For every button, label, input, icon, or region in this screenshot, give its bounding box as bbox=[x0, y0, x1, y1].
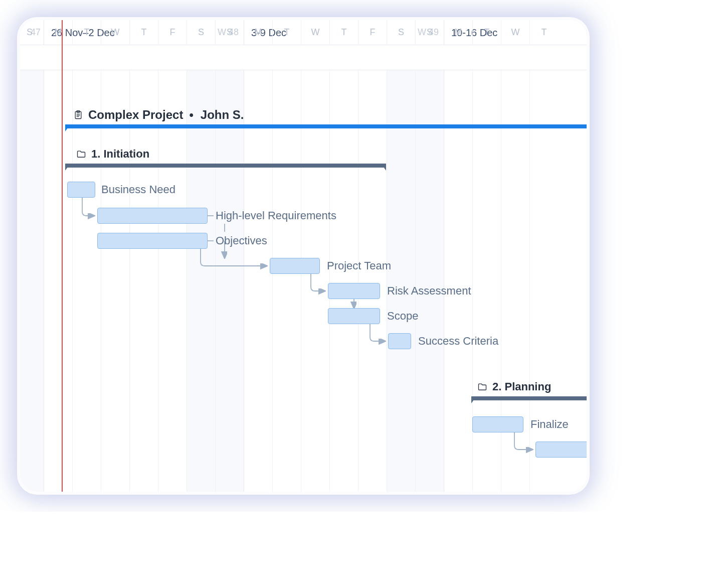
task-bar-project-team[interactable] bbox=[270, 258, 320, 274]
day-header-cell[interactable]: W bbox=[301, 20, 329, 45]
task-bar-risk-assessment[interactable] bbox=[328, 283, 380, 299]
task-label: Project Team bbox=[327, 258, 391, 274]
task-bar-high-level-requirements[interactable] bbox=[97, 208, 208, 224]
day-header-cell[interactable]: T bbox=[72, 20, 101, 45]
task-bar-business-need[interactable] bbox=[67, 182, 95, 198]
day-header-cell[interactable]: W bbox=[101, 20, 129, 45]
task-bar-finalize[interactable] bbox=[472, 416, 523, 432]
group-row-planning[interactable]: 2. Planning bbox=[477, 378, 551, 395]
day-header-cell[interactable]: M bbox=[444, 20, 472, 45]
clipboard-icon bbox=[73, 110, 83, 120]
day-header-cell[interactable]: S bbox=[20, 20, 44, 45]
task-label: Risk Assessment bbox=[387, 283, 471, 299]
group-title: 1. Initiation bbox=[91, 148, 149, 161]
day-header-cell[interactable]: S bbox=[387, 20, 415, 45]
project-owner: John S. bbox=[201, 108, 244, 122]
task-label: Objectives bbox=[216, 233, 267, 249]
day-header-cell[interactable]: T bbox=[529, 20, 558, 45]
group-summary-bar-planning[interactable] bbox=[471, 396, 587, 401]
today-indicator bbox=[62, 20, 63, 492]
day-header-cell[interactable]: F bbox=[158, 20, 187, 45]
task-label: Business Need bbox=[101, 182, 175, 198]
task-label: Finalize bbox=[530, 416, 569, 432]
day-header-cell[interactable]: S bbox=[187, 20, 215, 45]
task-bar-scope[interactable] bbox=[328, 308, 380, 324]
group-summary-bar-initiation[interactable] bbox=[65, 164, 386, 169]
folder-icon bbox=[76, 149, 86, 159]
project-row[interactable]: Complex Project John S. bbox=[73, 106, 244, 123]
project-title: Complex Project bbox=[88, 108, 183, 122]
folder-icon bbox=[477, 382, 487, 392]
day-header-cell[interactable]: M bbox=[244, 20, 272, 45]
project-summary-bar[interactable] bbox=[65, 124, 587, 129]
day-header-cell[interactable]: S bbox=[215, 20, 244, 45]
day-header-cell[interactable]: S bbox=[415, 20, 444, 45]
separator-dot bbox=[188, 108, 195, 122]
day-header-cell[interactable]: W bbox=[501, 20, 529, 45]
day-header-cell[interactable]: T bbox=[472, 20, 501, 45]
task-label: Success Criteria bbox=[418, 333, 498, 349]
group-row-initiation[interactable]: 1. Initiation bbox=[76, 145, 149, 163]
task-bar-success-criteria[interactable] bbox=[388, 333, 411, 349]
day-header-cell[interactable]: T bbox=[329, 20, 358, 45]
group-title: 2. Planning bbox=[492, 380, 551, 393]
task-bar-objectives[interactable] bbox=[97, 233, 208, 249]
day-header-cell[interactable]: M bbox=[44, 20, 72, 45]
day-header-cell[interactable]: T bbox=[129, 20, 158, 45]
day-header-cell[interactable]: T bbox=[272, 20, 301, 45]
task-label: Scope bbox=[387, 308, 418, 324]
task-label: High-level Requirements bbox=[216, 208, 336, 224]
task-bar-next[interactable] bbox=[535, 442, 587, 458]
day-header-cell[interactable]: F bbox=[358, 20, 387, 45]
